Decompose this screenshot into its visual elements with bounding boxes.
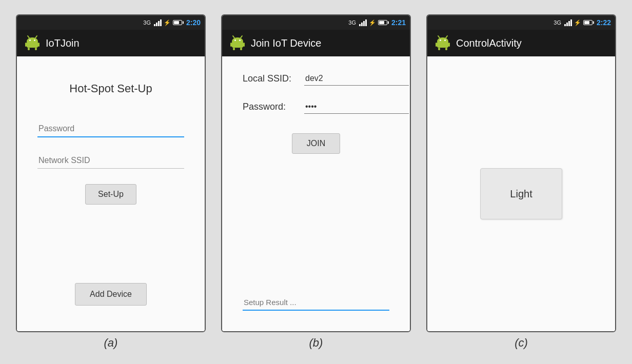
title-c: ControlActivity [456,37,522,49]
svg-point-22 [440,39,441,41]
svg-rect-18 [230,43,232,47]
battery-icon-b [378,20,387,25]
svg-line-4 [28,36,29,38]
status-bar-b: 3G ⚡ 2:21 [222,15,410,30]
time-c: 2:22 [597,18,611,27]
time-b: 2:21 [391,18,406,27]
setup-result-input[interactable] [243,295,389,311]
svg-rect-28 [436,43,437,47]
phone-frame-b: 3G ⚡ 2:21 [221,14,411,332]
caption-b: (b) [309,336,323,350]
password-input-b[interactable] [304,100,409,114]
status-bar-a: 3G ⚡ 2:20 [17,15,205,30]
screen-content-b: Local SSID: Password: JOIN [222,56,410,331]
join-btn-container: JOIN [243,133,389,154]
svg-point-3 [34,39,35,41]
svg-line-14 [233,36,234,38]
network-label-b: 3G [348,19,356,26]
title-bar-a: IoTJoin [17,30,205,56]
battery-lightning-c: ⚡ [574,19,581,26]
title-bar-b: Join IoT Device [222,30,410,56]
signal-icon-c [564,19,572,26]
svg-rect-9 [38,43,40,47]
android-logo-a [24,35,41,51]
join-button[interactable]: JOIN [292,133,340,154]
svg-rect-6 [28,48,30,50]
svg-line-15 [241,36,242,38]
svg-point-13 [239,39,241,41]
battery-icon-c [583,20,592,25]
svg-point-2 [29,39,31,41]
phone-c: 3G ⚡ 2:22 [426,14,616,350]
svg-rect-11 [232,42,243,48]
network-label-a: 3G [143,19,151,26]
svg-point-23 [444,39,446,41]
title-bar-c: ControlActivity [427,30,615,56]
battery-lightning-b: ⚡ [369,19,376,26]
battery-lightning-a: ⚡ [164,19,171,26]
time-a: 2:20 [186,18,201,27]
svg-rect-27 [445,48,447,50]
svg-point-12 [234,39,236,41]
android-logo-b [229,35,246,51]
screen-content-a: Hot-Spot Set-Up Set-Up Add Device [17,56,205,331]
phone-frame-a: 3G ⚡ 2:20 [16,14,206,332]
caption-a: (a) [104,336,118,350]
add-device-button[interactable]: Add Device [75,283,147,306]
svg-line-25 [446,36,447,38]
svg-rect-17 [240,48,242,50]
password-label: Password: [243,102,304,112]
battery-icon-a [173,20,182,25]
ssid-row: Local SSID: [243,72,389,86]
hotspot-heading: Hot-Spot Set-Up [69,82,152,95]
network-label-c: 3G [554,19,561,26]
light-button[interactable]: Light [480,168,562,219]
ssid-input-a[interactable] [37,153,184,169]
svg-line-5 [35,36,37,38]
signal-icon-a [154,19,162,26]
status-bar-c: 3G ⚡ 2:22 [427,15,615,30]
ssid-label: Local SSID: [243,73,304,84]
password-row: Password: [243,100,389,114]
svg-rect-19 [243,43,245,47]
caption-c: (c) [515,336,528,350]
svg-line-24 [438,36,440,38]
svg-rect-8 [25,43,27,47]
svg-rect-7 [35,48,37,50]
signal-icon-b [359,19,367,26]
ssid-input-b[interactable] [304,72,409,86]
phone-b: 3G ⚡ 2:21 [221,14,411,350]
svg-rect-26 [438,48,440,50]
android-logo-c [434,35,451,51]
title-b: Join IoT Device [251,37,321,49]
svg-rect-1 [27,42,38,48]
screen-content-c: Light [427,56,615,331]
svg-rect-21 [437,42,448,48]
setup-button[interactable]: Set-Up [85,184,136,205]
title-a: IoTJoin [46,37,80,49]
svg-rect-29 [448,43,450,47]
phone-frame-c: 3G ⚡ 2:22 [426,14,616,332]
svg-rect-16 [233,48,235,50]
phone-a: 3G ⚡ 2:20 [16,14,206,350]
password-input-a[interactable] [37,121,184,137]
